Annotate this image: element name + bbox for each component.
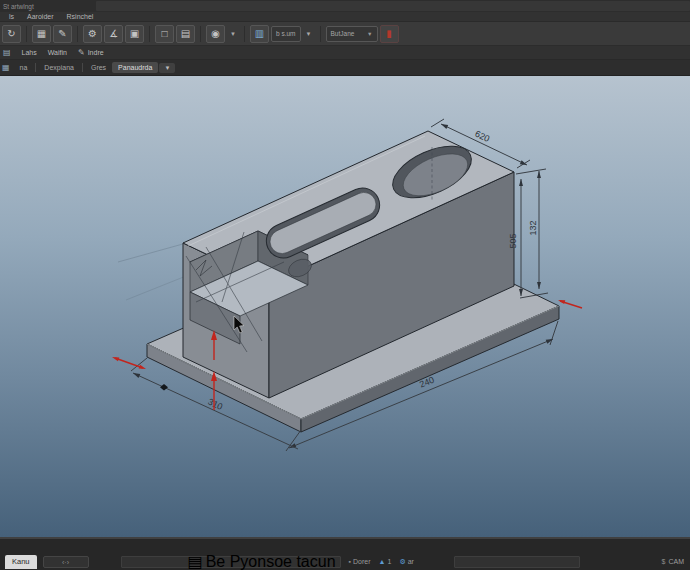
- gear-icon: ⚙: [399, 558, 405, 566]
- status-item-label: 1: [387, 558, 391, 565]
- tab-waifin[interactable]: Waifin: [48, 49, 67, 56]
- model-canvas[interactable]: 620 505 132 240 310: [0, 76, 690, 537]
- scale-combo[interactable]: b s.um: [271, 26, 301, 42]
- tab-separator: [82, 63, 83, 72]
- record-icon[interactable]: ▮: [380, 25, 399, 43]
- dim-132-label: 132: [528, 220, 538, 235]
- toolbar-separator: [320, 26, 321, 42]
- flag-icon: ▲: [379, 558, 386, 565]
- status-right-label: CAM: [668, 558, 684, 565]
- frame-icon[interactable]: □: [155, 25, 174, 43]
- tab-indre[interactable]: ✎ Indre: [78, 48, 104, 57]
- tab-labs[interactable]: Lahs: [22, 49, 37, 56]
- toolbar-separator: [77, 26, 78, 42]
- tab-separator: [35, 63, 36, 72]
- status-icon: $: [662, 558, 666, 565]
- tab-panaudrda-selected[interactable]: Panaudrda: [112, 62, 158, 73]
- toggle-button[interactable]: ‹·›: [43, 556, 89, 568]
- menu-file[interactable]: ls: [9, 12, 14, 22]
- view-cube-icon[interactable]: ▦: [32, 25, 51, 43]
- toolbar-separator: [149, 26, 150, 42]
- pencil-icon[interactable]: ✎: [53, 25, 72, 43]
- document-icon[interactable]: ▥: [250, 25, 269, 43]
- status-item-dorer[interactable]: ▪ Dorer: [349, 558, 371, 565]
- toolbar-separator: [26, 26, 27, 42]
- title-bar: St artwlngt: [0, 0, 690, 12]
- tab-na[interactable]: na: [14, 62, 34, 73]
- image-icon[interactable]: ▤: [176, 25, 195, 43]
- sync-icon[interactable]: ↻: [2, 25, 21, 43]
- document-tab-row: ▦ na Dexpiana Gres Panaudrda ▼: [0, 60, 690, 76]
- tab-dexpiana[interactable]: Dexpiana: [38, 62, 80, 73]
- sketch-icon[interactable]: ⚙: [83, 25, 102, 43]
- menu-edit[interactable]: Aaroider: [27, 12, 53, 22]
- tab-labs-label: Lahs: [22, 49, 37, 56]
- status-field-label: Be Pyonsoe tacun: [206, 553, 336, 570]
- box-icon: ▪: [349, 558, 351, 565]
- tab-dropdown-caret[interactable]: ▼: [159, 63, 175, 73]
- scale-combo-caret[interactable]: ▼: [303, 25, 315, 43]
- view-combo[interactable]: ButJane ▼: [326, 26, 378, 42]
- dimension-132[interactable]: 132: [528, 171, 541, 289]
- chevron-down-icon: ▼: [367, 31, 372, 37]
- status-field-left[interactable]: ▤ Be Pyonsoe tacun: [121, 556, 341, 568]
- document-icon: ▤: [3, 48, 11, 57]
- dim-620-label: 620: [473, 129, 491, 144]
- toolbar-separator: [200, 26, 201, 42]
- tab-gres[interactable]: Gres: [85, 62, 112, 73]
- status-right: $ CAM: [662, 558, 684, 565]
- status-field-right[interactable]: [454, 556, 580, 568]
- status-item-label: Dorer: [353, 558, 371, 565]
- file-icon: ▦: [2, 63, 10, 72]
- main-toolbar: ↻ ▦ ✎ ⚙ ∡ ▣ □ ▤ ◉ ▼ ▥ b s.um ▼ ButJane ▼…: [0, 22, 690, 46]
- status-item-flag[interactable]: ▲ 1: [379, 558, 392, 565]
- dim-505-label: 505: [508, 233, 518, 248]
- bottom-panel: Kanu ‹·› ▤ Be Pyonsoe tacun ▪ Dorer ▲ 1 …: [0, 537, 690, 570]
- 3d-viewport[interactable]: 620 505 132 240 310: [0, 76, 690, 537]
- dim-midpoint-handle[interactable]: [160, 384, 168, 391]
- red-double-arrow[interactable]: [115, 358, 143, 368]
- title-strip: [96, 1, 690, 11]
- status-item-gear[interactable]: ⚙ ar: [399, 558, 414, 566]
- dim-310-label: 310: [206, 397, 224, 412]
- menu-bar: ls Aaroider Rsinchel: [0, 12, 690, 22]
- menu-view[interactable]: Rsinchel: [67, 12, 94, 22]
- measure-icon[interactable]: ∡: [104, 25, 123, 43]
- tab-indre-label: Indre: [88, 49, 104, 56]
- status-item-label: ar: [408, 558, 414, 565]
- render-icon[interactable]: ◉: [206, 25, 225, 43]
- pencil-icon: ✎: [78, 48, 85, 57]
- toolbar-separator: [244, 26, 245, 42]
- scale-combo-value: b s.um: [276, 30, 296, 37]
- document-icon: ▤: [188, 552, 203, 570]
- workbench-tab-row: ▤ Lahs Waifin ✎ Indre: [0, 46, 690, 60]
- panel-icon[interactable]: ▣: [125, 25, 144, 43]
- name-tab-button[interactable]: Kanu: [5, 555, 37, 569]
- view-combo-value: ButJane: [331, 30, 355, 37]
- window-title: St artwlngt: [0, 3, 34, 10]
- render-dropdown-caret[interactable]: ▼: [227, 25, 239, 43]
- tab-waifin-label: Waifin: [48, 49, 67, 56]
- status-bar: Kanu ‹·› ▤ Be Pyonsoe tacun ▪ Dorer ▲ 1 …: [0, 554, 690, 569]
